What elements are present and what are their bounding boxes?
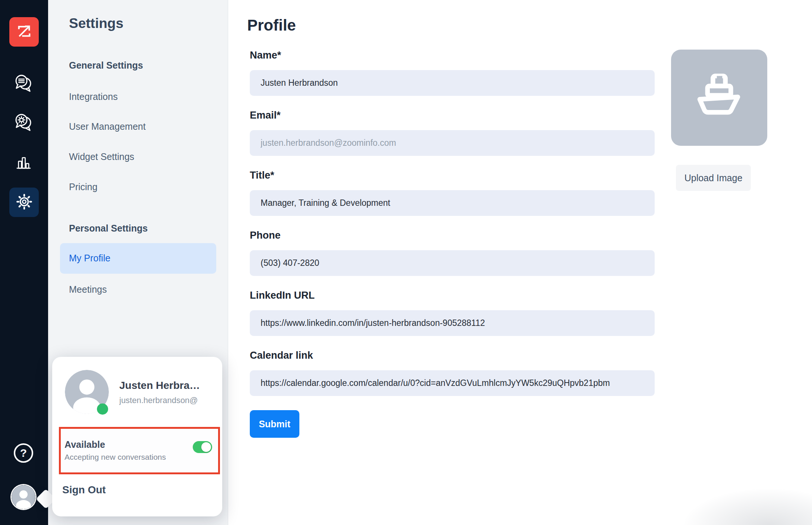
- avatar-person-icon: [12, 504, 35, 509]
- title-label: Title*: [250, 170, 274, 181]
- settings-panel-title: Settings: [69, 16, 123, 31]
- upload-image-button[interactable]: Upload Image: [676, 165, 751, 191]
- nav-item-my-profile-label: My Profile: [69, 253, 110, 264]
- ship-icon: [691, 69, 747, 126]
- conversations-nav-button[interactable]: [13, 72, 34, 95]
- email-input[interactable]: [250, 130, 655, 156]
- zoominfo-chat-settings-page: { "colors": { "logo_red": "#f2473f", "ra…: [0, 0, 812, 525]
- submit-button[interactable]: Submit: [250, 410, 299, 438]
- user-popup: Justen Herbra… justen.herbrandson@ Avail…: [52, 357, 222, 516]
- availability-subtitle: Accepting new conversations: [64, 453, 166, 462]
- phone-input[interactable]: [250, 250, 655, 276]
- conversations-icon: [13, 72, 34, 95]
- availability-title: Available: [64, 439, 105, 450]
- nav-item-my-profile[interactable]: My Profile: [60, 243, 216, 274]
- page-title: Profile: [247, 16, 296, 34]
- name-label: Name*: [250, 50, 281, 61]
- help-button[interactable]: ?: [14, 443, 33, 463]
- settings-gear-icon: [15, 192, 34, 213]
- linkedin-url-input[interactable]: [250, 310, 655, 336]
- chat-settings-nav-button[interactable]: [13, 111, 34, 135]
- availability-toggle-knob: [201, 442, 211, 452]
- availability-toggle[interactable]: [193, 441, 212, 453]
- analytics-nav-button[interactable]: [14, 154, 33, 174]
- nav-item-integrations[interactable]: Integrations: [69, 91, 118, 102]
- popup-user-email: justen.herbrandson@: [119, 396, 216, 405]
- popup-user-name: Justen Herbra…: [119, 380, 216, 392]
- zoominfo-logo-icon: [16, 23, 33, 41]
- availability-annotation-box: Available Accepting new conversations: [59, 427, 220, 474]
- calendar-link-input[interactable]: [250, 370, 655, 396]
- name-input[interactable]: [250, 70, 655, 96]
- zoominfo-logo[interactable]: [9, 17, 39, 47]
- nav-item-meetings[interactable]: Meetings: [69, 284, 107, 295]
- nav-item-widget-settings[interactable]: Widget Settings: [69, 151, 134, 162]
- chat-settings-icon: [13, 111, 34, 135]
- help-question-glyph: ?: [20, 447, 27, 459]
- profile-image-placeholder: [671, 50, 767, 146]
- title-input[interactable]: [250, 190, 655, 216]
- general-settings-header: General Settings: [69, 60, 143, 71]
- profile-content: Profile Name* Email* Title* Phone Linked…: [228, 0, 812, 525]
- app-rail: ?: [0, 0, 48, 525]
- linkedin-url-label: LinkedIn URL: [250, 290, 315, 301]
- analytics-icon: [14, 154, 33, 174]
- settings-nav-button[interactable]: [9, 188, 39, 217]
- online-status-dot: [97, 403, 108, 415]
- phone-label: Phone: [250, 230, 281, 241]
- nav-item-user-management[interactable]: User Management: [69, 121, 146, 132]
- widget-shadow: [649, 474, 812, 525]
- personal-settings-header: Personal Settings: [69, 223, 148, 234]
- user-menu-avatar[interactable]: [12, 485, 35, 509]
- sign-out-button[interactable]: Sign Out: [62, 484, 106, 496]
- nav-item-pricing[interactable]: Pricing: [69, 182, 97, 192]
- calendar-link-label: Calendar link: [250, 350, 313, 361]
- email-label: Email*: [250, 110, 281, 121]
